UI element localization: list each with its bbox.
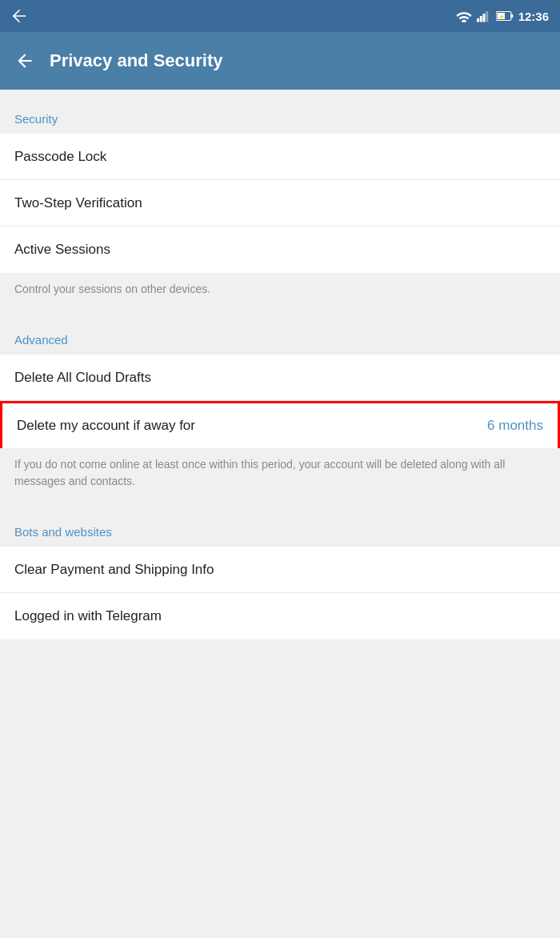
- status-bar-right: ⚡ 12:36: [456, 10, 549, 23]
- navigation-icon: [11, 8, 27, 24]
- delete-cloud-drafts-item[interactable]: Delete All Cloud Drafts: [0, 355, 560, 401]
- clear-payment-label: Clear Payment and Shipping Info: [14, 562, 214, 578]
- status-time: 12:36: [518, 10, 549, 23]
- svg-rect-0: [477, 18, 479, 22]
- wifi-icon: [456, 10, 472, 22]
- signal-icon: [477, 10, 491, 22]
- two-step-verification-label: Two-Step Verification: [14, 195, 142, 211]
- battery-icon: ⚡: [496, 10, 514, 22]
- security-list: Passcode Lock Two-Step Verification Acti…: [0, 134, 560, 273]
- advanced-section: Advanced Delete All Cloud Drafts Delete …: [0, 311, 560, 503]
- delete-account-away-label: Delete my account if away for: [17, 418, 195, 434]
- svg-rect-2: [482, 14, 485, 22]
- bots-websites-section-label: Bots and websites: [0, 519, 560, 547]
- bots-websites-list: Clear Payment and Shipping Info Logged i…: [0, 547, 560, 639]
- bots-websites-section: Bots and websites Clear Payment and Ship…: [0, 503, 560, 639]
- advanced-list: Delete All Cloud Drafts Delete my accoun…: [0, 355, 560, 448]
- svg-text:⚡: ⚡: [498, 14, 505, 20]
- back-button[interactable]: [14, 50, 35, 71]
- advanced-description: If you do not come online at least once …: [0, 448, 560, 503]
- security-description: Control your sessions on other devices.: [0, 273, 560, 311]
- active-sessions-label: Active Sessions: [14, 242, 110, 258]
- clear-payment-item[interactable]: Clear Payment and Shipping Info: [0, 547, 560, 593]
- delete-account-away-value: 6 months: [487, 418, 543, 434]
- svg-rect-5: [510, 14, 512, 18]
- security-section: Security Passcode Lock Two-Step Verifica…: [0, 90, 560, 311]
- delete-cloud-drafts-label: Delete All Cloud Drafts: [14, 370, 151, 386]
- status-bar-left: [11, 8, 27, 24]
- back-arrow-icon: [14, 50, 35, 71]
- page-title: Privacy and Security: [50, 50, 222, 71]
- svg-rect-3: [486, 11, 488, 22]
- active-sessions-item[interactable]: Active Sessions: [0, 226, 560, 273]
- security-section-label: Security: [0, 106, 560, 134]
- advanced-section-label: Advanced: [0, 327, 560, 355]
- status-bar: ⚡ 12:36: [0, 0, 560, 32]
- logged-in-telegram-label: Logged in with Telegram: [14, 608, 162, 624]
- content-area: Security Passcode Lock Two-Step Verifica…: [0, 90, 560, 639]
- svg-rect-1: [479, 16, 482, 22]
- app-bar: Privacy and Security: [0, 32, 560, 90]
- passcode-lock-item[interactable]: Passcode Lock: [0, 134, 560, 180]
- delete-account-away-item[interactable]: Delete my account if away for 6 months: [0, 401, 560, 448]
- passcode-lock-label: Passcode Lock: [14, 149, 106, 165]
- two-step-verification-item[interactable]: Two-Step Verification: [0, 180, 560, 226]
- logged-in-telegram-item[interactable]: Logged in with Telegram: [0, 593, 560, 639]
